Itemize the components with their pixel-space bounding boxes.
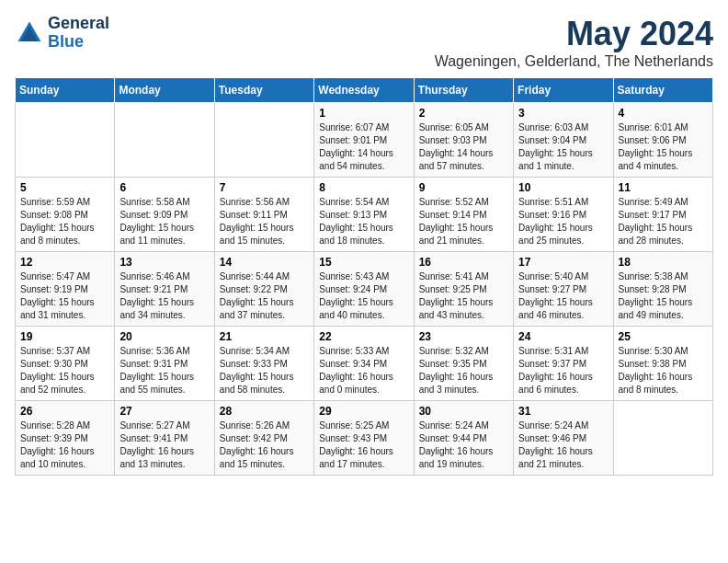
calendar-cell: 20Sunrise: 5:36 AM Sunset: 9:31 PM Dayli…	[115, 327, 214, 401]
calendar-cell: 14Sunrise: 5:44 AM Sunset: 9:22 PM Dayli…	[214, 252, 313, 327]
day-info: Sunrise: 5:59 AM Sunset: 9:08 PM Dayligh…	[20, 196, 109, 247]
calendar-cell: 31Sunrise: 5:24 AM Sunset: 9:46 PM Dayli…	[514, 401, 613, 476]
day-number: 21	[220, 330, 309, 343]
day-number: 10	[518, 181, 608, 194]
calendar-cell: 28Sunrise: 5:26 AM Sunset: 9:42 PM Dayli…	[214, 401, 313, 476]
calendar-header: SundayMondayTuesdayWednesdayThursdayFrid…	[16, 78, 713, 103]
day-info: Sunrise: 5:40 AM Sunset: 9:27 PM Dayligh…	[518, 270, 608, 322]
calendar-cell: 13Sunrise: 5:46 AM Sunset: 9:21 PM Dayli…	[115, 252, 214, 327]
day-number: 9	[419, 181, 508, 194]
logo-icon	[15, 18, 44, 48]
day-number: 29	[319, 405, 408, 418]
weekday-header: Thursday	[414, 78, 513, 103]
calendar-cell: 5Sunrise: 5:59 AM Sunset: 9:08 PM Daylig…	[16, 178, 115, 252]
day-info: Sunrise: 6:01 AM Sunset: 9:06 PM Dayligh…	[619, 121, 708, 173]
day-number: 4	[619, 107, 708, 120]
location-title: Wageningen, Gelderland, The Netherlands	[435, 53, 713, 70]
day-info: Sunrise: 5:47 AM Sunset: 9:19 PM Dayligh…	[20, 270, 109, 322]
weekday-header: Tuesday	[214, 78, 313, 103]
day-number: 13	[119, 256, 209, 269]
day-number: 12	[20, 256, 109, 269]
day-info: Sunrise: 5:41 AM Sunset: 9:25 PM Dayligh…	[419, 270, 508, 322]
calendar-cell	[115, 103, 214, 178]
title-area: May 2024 Wageningen, Gelderland, The Net…	[435, 15, 713, 70]
calendar-week: 1Sunrise: 6:07 AM Sunset: 9:01 PM Daylig…	[16, 103, 713, 178]
calendar-cell: 15Sunrise: 5:43 AM Sunset: 9:24 PM Dayli…	[314, 252, 414, 327]
day-info: Sunrise: 5:26 AM Sunset: 9:42 PM Dayligh…	[220, 419, 309, 471]
calendar-cell: 21Sunrise: 5:34 AM Sunset: 9:33 PM Dayli…	[214, 327, 313, 401]
day-info: Sunrise: 5:32 AM Sunset: 9:35 PM Dayligh…	[419, 345, 508, 396]
day-info: Sunrise: 6:05 AM Sunset: 9:03 PM Dayligh…	[419, 121, 508, 173]
day-number: 3	[518, 107, 608, 120]
day-number: 20	[119, 330, 209, 343]
calendar-cell	[214, 103, 313, 178]
day-number: 14	[220, 256, 309, 269]
day-number: 17	[518, 256, 608, 269]
day-info: Sunrise: 5:49 AM Sunset: 9:17 PM Dayligh…	[619, 196, 708, 247]
day-number: 24	[518, 330, 608, 343]
day-info: Sunrise: 5:43 AM Sunset: 9:24 PM Dayligh…	[319, 270, 408, 322]
weekday-header: Saturday	[613, 78, 712, 103]
weekday-header: Wednesday	[314, 78, 414, 103]
day-info: Sunrise: 5:52 AM Sunset: 9:14 PM Dayligh…	[419, 196, 508, 247]
calendar-cell: 18Sunrise: 5:38 AM Sunset: 9:28 PM Dayli…	[613, 252, 712, 327]
calendar-cell: 24Sunrise: 5:31 AM Sunset: 9:37 PM Dayli…	[514, 327, 613, 401]
day-number: 25	[619, 330, 708, 343]
day-number: 11	[619, 181, 708, 194]
calendar-cell: 2Sunrise: 6:05 AM Sunset: 9:03 PM Daylig…	[414, 103, 513, 178]
day-info: Sunrise: 5:24 AM Sunset: 9:46 PM Dayligh…	[518, 419, 608, 471]
calendar-cell: 10Sunrise: 5:51 AM Sunset: 9:16 PM Dayli…	[514, 178, 613, 252]
calendar-cell: 23Sunrise: 5:32 AM Sunset: 9:35 PM Dayli…	[414, 327, 513, 401]
day-info: Sunrise: 5:46 AM Sunset: 9:21 PM Dayligh…	[119, 270, 209, 322]
calendar-cell: 30Sunrise: 5:24 AM Sunset: 9:44 PM Dayli…	[414, 401, 513, 476]
calendar-cell	[16, 103, 115, 178]
calendar-cell: 22Sunrise: 5:33 AM Sunset: 9:34 PM Dayli…	[314, 327, 414, 401]
day-number: 22	[319, 330, 408, 343]
calendar-cell: 8Sunrise: 5:54 AM Sunset: 9:13 PM Daylig…	[314, 178, 414, 252]
day-number: 30	[419, 405, 508, 418]
day-number: 1	[319, 107, 408, 120]
day-info: Sunrise: 5:38 AM Sunset: 9:28 PM Dayligh…	[619, 270, 708, 322]
day-info: Sunrise: 5:44 AM Sunset: 9:22 PM Dayligh…	[220, 270, 309, 322]
day-info: Sunrise: 5:24 AM Sunset: 9:44 PM Dayligh…	[419, 419, 508, 471]
calendar-cell: 1Sunrise: 6:07 AM Sunset: 9:01 PM Daylig…	[314, 103, 414, 178]
calendar-week: 5Sunrise: 5:59 AM Sunset: 9:08 PM Daylig…	[16, 178, 713, 252]
calendar-week: 26Sunrise: 5:28 AM Sunset: 9:39 PM Dayli…	[16, 401, 713, 476]
calendar-table: SundayMondayTuesdayWednesdayThursdayFrid…	[15, 77, 713, 476]
calendar-cell: 19Sunrise: 5:37 AM Sunset: 9:30 PM Dayli…	[16, 327, 115, 401]
calendar-cell: 27Sunrise: 5:27 AM Sunset: 9:41 PM Dayli…	[115, 401, 214, 476]
day-number: 23	[419, 330, 508, 343]
day-number: 26	[20, 405, 109, 418]
calendar-cell: 7Sunrise: 5:56 AM Sunset: 9:11 PM Daylig…	[214, 178, 313, 252]
calendar-cell: 11Sunrise: 5:49 AM Sunset: 9:17 PM Dayli…	[613, 178, 712, 252]
day-number: 31	[518, 405, 608, 418]
calendar-cell: 4Sunrise: 6:01 AM Sunset: 9:06 PM Daylig…	[613, 103, 712, 178]
calendar-cell: 29Sunrise: 5:25 AM Sunset: 9:43 PM Dayli…	[314, 401, 414, 476]
calendar-cell: 6Sunrise: 5:58 AM Sunset: 9:09 PM Daylig…	[115, 178, 214, 252]
day-number: 16	[419, 256, 508, 269]
calendar-cell: 16Sunrise: 5:41 AM Sunset: 9:25 PM Dayli…	[414, 252, 513, 327]
day-number: 15	[319, 256, 408, 269]
day-number: 28	[220, 405, 309, 418]
day-info: Sunrise: 5:56 AM Sunset: 9:11 PM Dayligh…	[220, 196, 309, 247]
calendar-cell: 26Sunrise: 5:28 AM Sunset: 9:39 PM Dayli…	[16, 401, 115, 476]
calendar-body: 1Sunrise: 6:07 AM Sunset: 9:01 PM Daylig…	[16, 103, 713, 476]
calendar-cell: 12Sunrise: 5:47 AM Sunset: 9:19 PM Dayli…	[16, 252, 115, 327]
day-info: Sunrise: 5:30 AM Sunset: 9:38 PM Dayligh…	[619, 345, 708, 396]
day-number: 6	[119, 181, 209, 194]
weekday-header: Sunday	[16, 78, 115, 103]
day-info: Sunrise: 6:07 AM Sunset: 9:01 PM Dayligh…	[319, 121, 408, 173]
calendar-week: 12Sunrise: 5:47 AM Sunset: 9:19 PM Dayli…	[16, 252, 713, 327]
day-info: Sunrise: 5:25 AM Sunset: 9:43 PM Dayligh…	[319, 419, 408, 471]
day-info: Sunrise: 5:37 AM Sunset: 9:30 PM Dayligh…	[20, 345, 109, 396]
day-info: Sunrise: 5:58 AM Sunset: 9:09 PM Dayligh…	[119, 196, 209, 247]
month-title: May 2024	[435, 15, 713, 53]
day-number: 2	[419, 107, 508, 120]
day-number: 8	[319, 181, 408, 194]
day-number: 18	[619, 256, 708, 269]
day-info: Sunrise: 5:27 AM Sunset: 9:41 PM Dayligh…	[119, 419, 209, 471]
day-number: 5	[20, 181, 109, 194]
day-info: Sunrise: 5:34 AM Sunset: 9:33 PM Dayligh…	[220, 345, 309, 396]
day-info: Sunrise: 5:28 AM Sunset: 9:39 PM Dayligh…	[20, 419, 109, 471]
day-info: Sunrise: 5:33 AM Sunset: 9:34 PM Dayligh…	[319, 345, 408, 396]
